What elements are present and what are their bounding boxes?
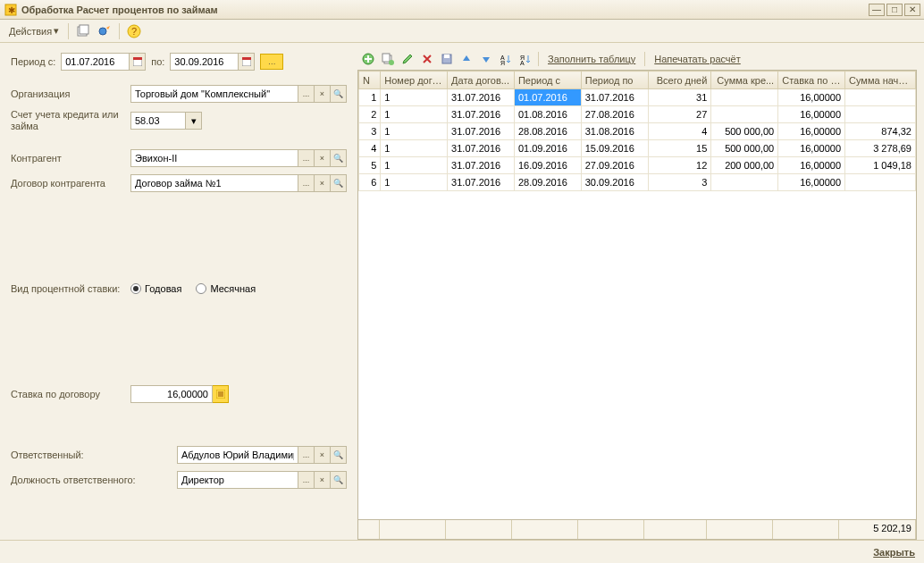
col-docnum[interactable]: Номер дого... (381, 71, 448, 89)
table-cell[interactable]: 31.07.2016 (448, 140, 515, 157)
responsible-input[interactable] (177, 446, 298, 464)
table-cell[interactable]: 16,00000 (778, 157, 845, 174)
table-cell[interactable]: 874,32 (845, 123, 916, 140)
account-input[interactable] (130, 112, 186, 130)
table-cell[interactable]: 3 (359, 123, 381, 140)
add-row-button[interactable] (359, 50, 377, 68)
move-down-button[interactable] (477, 50, 495, 68)
table-row[interactable]: 2131.07.201601.08.201627.08.20162716,000… (359, 106, 916, 123)
table-cell[interactable]: 3 (648, 174, 711, 191)
period-to-input[interactable] (170, 53, 239, 71)
table-cell[interactable]: 500 000,00 (711, 123, 778, 140)
contract-input[interactable] (130, 174, 298, 192)
position-ellipsis-button[interactable]: ... (298, 471, 315, 489)
table-cell[interactable]: 30.09.2016 (581, 174, 648, 191)
counterparty-input[interactable] (130, 149, 298, 167)
counterparty-clear-button[interactable]: × (315, 149, 331, 167)
table-cell[interactable] (711, 174, 778, 191)
table-cell[interactable]: 16,00000 (778, 123, 845, 140)
table-cell[interactable]: 16,00000 (778, 140, 845, 157)
table-cell[interactable]: 1 (381, 89, 448, 106)
calendar-to-button[interactable] (239, 53, 255, 71)
table-cell[interactable]: 12 (648, 157, 711, 174)
table-cell[interactable]: 01.07.2016 (514, 89, 581, 106)
table-cell[interactable]: 27 (648, 106, 711, 123)
col-to[interactable]: Период по (581, 71, 648, 89)
table-cell[interactable]: 3 278,69 (845, 140, 916, 157)
table-cell[interactable]: 28.08.2016 (514, 123, 581, 140)
actions-dropdown[interactable]: Действия ▾ (5, 23, 63, 38)
organization-ellipsis-button[interactable]: ... (298, 85, 315, 103)
col-n[interactable]: N (359, 71, 381, 89)
table-cell[interactable] (845, 89, 916, 106)
col-docdate[interactable]: Дата догов... (448, 71, 515, 89)
toolbar-icon-2[interactable] (96, 22, 113, 40)
table-cell[interactable]: 1 (381, 123, 448, 140)
contract-rate-input[interactable] (130, 385, 213, 403)
table-row[interactable]: 6131.07.201628.09.201630.09.2016316,0000… (359, 174, 916, 191)
maximize-button[interactable]: □ (886, 4, 903, 16)
table-cell[interactable]: 16,00000 (778, 106, 845, 123)
position-clear-button[interactable]: × (315, 471, 331, 489)
table-row[interactable]: 1131.07.201601.07.201631.07.20163116,000… (359, 89, 916, 106)
table-cell[interactable]: 1 (381, 157, 448, 174)
delete-row-button[interactable] (418, 50, 436, 68)
responsible-clear-button[interactable]: × (315, 446, 331, 464)
rate-monthly-radio[interactable]: Месячная (196, 283, 256, 294)
table-cell[interactable]: 31.07.2016 (448, 174, 515, 191)
table-cell[interactable]: 01.09.2016 (514, 140, 581, 157)
counterparty-ellipsis-button[interactable]: ... (298, 149, 315, 167)
table-cell[interactable] (711, 106, 778, 123)
table-cell[interactable]: 15 (648, 140, 711, 157)
table-cell[interactable]: 28.09.2016 (514, 174, 581, 191)
table-cell[interactable] (845, 106, 916, 123)
table-cell[interactable]: 31 (648, 89, 711, 106)
table-row[interactable]: 3131.07.201628.08.201631.08.20164500 000… (359, 123, 916, 140)
table-cell[interactable]: 6 (359, 174, 381, 191)
organization-search-button[interactable]: 🔍 (331, 85, 347, 103)
position-search-button[interactable]: 🔍 (331, 471, 347, 489)
counterparty-search-button[interactable]: 🔍 (331, 149, 347, 167)
move-up-button[interactable] (458, 50, 475, 68)
contract-search-button[interactable]: 🔍 (331, 174, 347, 192)
table-cell[interactable]: 31.07.2016 (448, 157, 515, 174)
table-cell[interactable]: 31.07.2016 (448, 89, 515, 106)
table-cell[interactable]: 31.07.2016 (448, 123, 515, 140)
col-from[interactable]: Период с (514, 71, 581, 89)
table-cell[interactable]: 01.08.2016 (514, 106, 581, 123)
position-input[interactable] (177, 471, 298, 489)
table-cell[interactable]: 200 000,00 (711, 157, 778, 174)
calendar-from-button[interactable] (130, 53, 146, 71)
table-cell[interactable]: 31.08.2016 (581, 123, 648, 140)
rate-annual-radio[interactable]: Годовая (130, 283, 181, 294)
organization-clear-button[interactable]: × (315, 85, 331, 103)
contract-ellipsis-button[interactable]: ... (298, 174, 315, 192)
fill-table-link[interactable]: Заполнить таблицу (542, 54, 641, 64)
toolbar-icon-1[interactable] (74, 22, 92, 40)
table-cell[interactable]: 16.09.2016 (514, 157, 581, 174)
minimize-button[interactable]: — (869, 4, 885, 16)
period-from-input[interactable] (61, 53, 130, 71)
table-cell[interactable]: 16,00000 (778, 174, 845, 191)
table-cell[interactable]: 27.09.2016 (581, 157, 648, 174)
table-row[interactable]: 5131.07.201616.09.201627.09.201612200 00… (359, 157, 916, 174)
data-grid[interactable]: N Номер дого... Дата догов... Период с П… (357, 70, 917, 540)
table-cell[interactable]: 1 (381, 174, 448, 191)
table-cell[interactable]: 4 (359, 140, 381, 157)
contract-rate-calc-button[interactable] (213, 385, 229, 403)
col-rate[interactable]: Ставка по д... (778, 71, 845, 89)
close-button[interactable]: Закрыть (873, 547, 915, 558)
copy-row-button[interactable] (379, 50, 397, 68)
close-window-button[interactable]: ✕ (904, 4, 920, 16)
account-dropdown-button[interactable]: ▾ (186, 112, 202, 130)
table-cell[interactable]: 15.09.2016 (581, 140, 648, 157)
print-calc-link[interactable]: Напечатать расчёт (649, 54, 746, 64)
table-cell[interactable]: 2 (359, 106, 381, 123)
edit-row-button[interactable] (399, 50, 416, 68)
contract-clear-button[interactable]: × (315, 174, 331, 192)
save-button[interactable] (438, 50, 456, 68)
organization-input[interactable] (130, 85, 298, 103)
help-icon[interactable]: ? (125, 22, 143, 40)
table-cell[interactable]: 1 (359, 89, 381, 106)
table-cell[interactable]: 500 000,00 (711, 140, 778, 157)
